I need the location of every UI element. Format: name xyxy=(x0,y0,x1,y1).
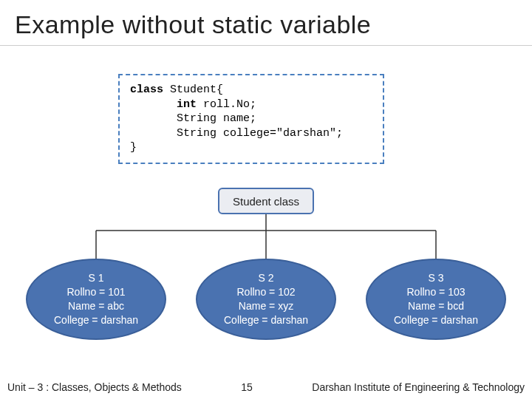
instance-name: Name = bcd xyxy=(408,299,464,313)
slide-title: Example without static variable xyxy=(0,0,532,46)
instance-college: College = darshan xyxy=(394,313,478,327)
instance-node-3: S 3 Rollno = 103 Name = bcd College = da… xyxy=(366,259,506,340)
footer: Unit – 3 : Classes, Objects & Methods 15… xyxy=(0,375,532,399)
instance-roll: Rollno = 103 xyxy=(406,285,465,299)
instance-node-2: S 2 Rollno = 102 Name = xyz College = da… xyxy=(196,259,336,340)
instance-roll: Rollno = 102 xyxy=(236,285,295,299)
code-text: roll.No; xyxy=(197,98,256,111)
code-text: String name; xyxy=(177,112,256,125)
footer-page-number: 15 xyxy=(182,381,313,393)
instance-college: College = darshan xyxy=(54,313,138,327)
code-block: class Student{ int roll.No; String name;… xyxy=(118,74,384,164)
code-keyword-int: int xyxy=(177,98,197,111)
footer-unit: Unit – 3 : Classes, Objects & Methods xyxy=(0,381,182,393)
instance-id: S 1 xyxy=(88,271,103,285)
instance-id: S 3 xyxy=(428,271,443,285)
code-text: Student{ xyxy=(163,83,223,96)
instance-roll: Rollno = 101 xyxy=(66,285,125,299)
instance-name: Name = abc xyxy=(68,299,124,313)
instance-college: College = darshan xyxy=(224,313,308,327)
footer-institution: Darshan Institute of Engineering & Techn… xyxy=(312,381,532,393)
instance-node-1: S 1 Rollno = 101 Name = abc College = da… xyxy=(26,259,166,340)
code-text: } xyxy=(130,141,137,154)
instance-name: Name = xyz xyxy=(239,299,293,313)
code-keyword-class: class xyxy=(130,83,163,96)
instance-id: S 2 xyxy=(258,271,273,285)
code-text: String college="darshan"; xyxy=(177,127,343,140)
class-node: Student class xyxy=(218,188,314,214)
